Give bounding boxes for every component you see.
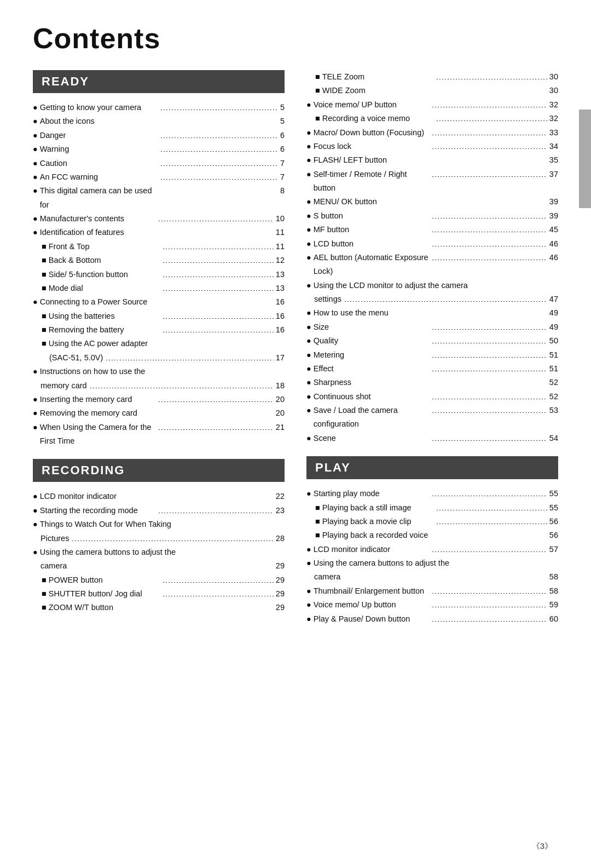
item-label: Play & Pause/ Down button (314, 612, 430, 626)
dot-leader (431, 218, 547, 219)
page-number: 20 (276, 406, 285, 420)
page-number: 7 (280, 170, 285, 184)
item-label: Identification of features (40, 226, 156, 239)
item-label: Effect (314, 362, 430, 376)
item-label-cont: Pictures (40, 532, 69, 545)
dot-leader (160, 123, 278, 124)
list-item: ●Danger6 (33, 129, 285, 142)
bullet-icon: ● (33, 406, 38, 420)
bullet-icon: ● (33, 545, 38, 559)
page-number: 33 (549, 126, 558, 140)
page-number: 39 (549, 209, 558, 223)
dot-leader (158, 429, 274, 430)
list-item: ●Play & Pause/ Down button60 (306, 612, 558, 626)
bullet-icon: ● (306, 334, 311, 348)
dot-leader (431, 162, 547, 163)
bullet-icon: ● (306, 487, 311, 501)
list-item: ●Thumbnail/ Enlargement button58 (306, 584, 558, 598)
bullet-icon: ● (306, 168, 311, 181)
right-column: ■TELE Zoom30■WIDE Zoom30●Voice memo/ UP … (306, 70, 558, 637)
dot-leader (436, 120, 547, 121)
item-label: Using the AC power adapter (49, 337, 285, 350)
list-item: ●Using the camera buttons to adjust thec… (306, 556, 558, 584)
item-label-cont: camera (314, 570, 340, 584)
page-number: 59 (549, 598, 558, 612)
list-item: ●Scene54 (306, 432, 558, 445)
dot-leader (431, 246, 547, 246)
bullet-icon: ● (33, 184, 38, 198)
dot-leader (162, 277, 274, 277)
dot-leader (71, 541, 273, 541)
item-label: Quality (314, 334, 430, 348)
dot-leader (431, 371, 547, 371)
page-number: 29 (276, 601, 285, 614)
dot-leader (431, 357, 547, 358)
section-header-recording: RECORDING (33, 459, 285, 482)
bullet-icon: ● (33, 101, 38, 114)
dot-leader (431, 440, 547, 441)
list-item: ■Playing back a recorded voice56 (306, 528, 558, 542)
dot-leader (158, 498, 274, 499)
item-label: S button (314, 209, 430, 223)
page-number: 45 (549, 223, 558, 237)
section-header-ready: READY (33, 70, 285, 93)
list-item: ■POWER button29 (33, 573, 285, 587)
bullet-icon: ■ (315, 515, 320, 528)
item-label: POWER button (49, 573, 160, 587)
page-number: 49 (549, 306, 558, 320)
list-item: ●S button39 (306, 209, 558, 223)
item-label: Removing the memory card (40, 406, 156, 420)
bullet-icon: ● (306, 209, 311, 223)
dot-leader (162, 610, 274, 610)
bullet-icon: ■ (42, 601, 47, 614)
dot-leader (160, 193, 278, 193)
page-number: 56 (549, 515, 558, 528)
page-number: 13 (276, 281, 285, 295)
item-label: Macro/ Down button (Focusing) (314, 126, 430, 140)
item-label: AEL button (Automatic Exposure Lock) (314, 251, 430, 279)
bullet-icon: ■ (42, 587, 47, 601)
dot-leader (162, 249, 274, 249)
dot-leader (431, 412, 547, 413)
section-header-play: PLAY (306, 456, 558, 479)
page-number: 16 (276, 295, 285, 309)
bullet-icon: ● (306, 237, 311, 251)
bullet-icon: ● (306, 153, 311, 167)
bullet-icon: ● (33, 393, 38, 406)
list-item: ●Using the LCD monitor to adjust the cam… (306, 279, 558, 307)
page-number: 34 (549, 140, 558, 153)
item-label: Using the camera buttons to adjust the (40, 545, 285, 559)
list-item: ■Side/ 5-function button13 (33, 268, 285, 281)
list-item: ●Continuous shot52 (306, 390, 558, 404)
list-item: ●AEL button (Automatic Exposure Lock)46 (306, 251, 558, 279)
page-title: Contents (33, 22, 558, 55)
dot-leader (160, 137, 278, 138)
bullet-icon: ● (306, 598, 311, 612)
ready-toc-list: ●Getting to know your camera5●About the … (33, 101, 285, 448)
page-footer: 《3》 (532, 841, 553, 852)
bullet-icon: ● (33, 365, 38, 378)
list-item: ●How to use the menu49 (306, 306, 558, 320)
dot-leader (162, 290, 274, 291)
dot-leader (158, 304, 274, 304)
list-item: ■TELE Zoom30 (306, 70, 558, 84)
page-number: 56 (549, 528, 558, 542)
dot-leader (431, 260, 547, 260)
page-number: 57 (549, 543, 558, 556)
bullet-icon: ● (33, 129, 38, 142)
page-number: 52 (549, 376, 558, 389)
sidebar-tab (579, 110, 591, 208)
bullet-icon: ● (306, 98, 311, 112)
item-label: LCD monitor indicator (40, 490, 156, 503)
bullet-icon: ● (306, 223, 311, 237)
page-number: 58 (549, 570, 558, 584)
dot-leader (431, 232, 547, 232)
list-item: ●Self-timer / Remote / Right button37 (306, 168, 558, 196)
item-label: LCD monitor indicator (314, 543, 430, 556)
item-label: Using the LCD monitor to adjust the came… (314, 279, 558, 292)
item-label: Starting play mode (314, 487, 430, 501)
dot-leader (436, 524, 547, 524)
page-number: 10 (276, 212, 285, 226)
bullet-icon: ● (306, 320, 311, 334)
list-item: ●LCD button46 (306, 237, 558, 251)
